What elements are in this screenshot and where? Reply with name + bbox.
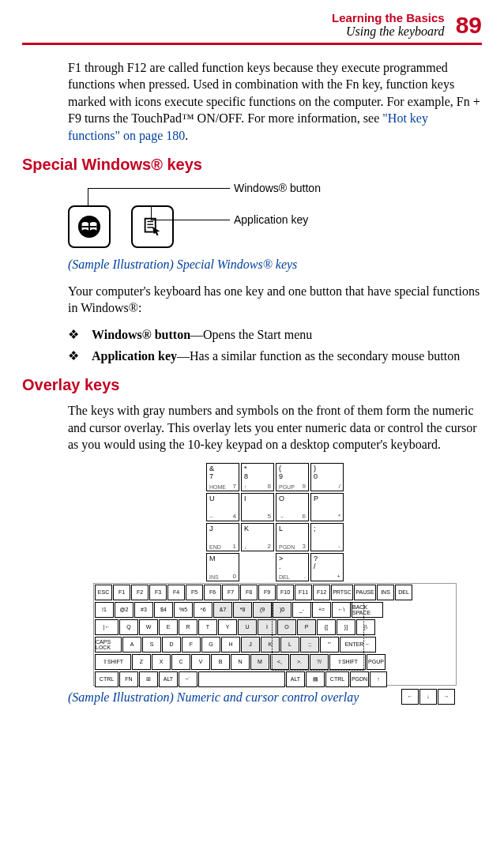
bullet-rest: —Opens the Start menu <box>190 328 312 341</box>
keyboard-key: ↑ <box>370 671 387 687</box>
bullet-strong: Application key <box>92 349 177 363</box>
leader-line <box>88 188 88 205</box>
heading-special-windows-keys: Special Windows® keys <box>22 156 482 174</box>
keyboard-key: E <box>159 619 178 635</box>
keyboard-key: F4 <box>167 585 185 600</box>
keyboard-key: ALT <box>286 671 305 687</box>
keyboard-key: INS <box>377 585 394 600</box>
keyboard-key: ESC <box>95 585 112 600</box>
keyboard-key: V <box>191 654 210 670</box>
keyboard-key: C <box>171 654 190 670</box>
keyboard-row: CAPS LOCKASDFGHJKL:;"'ENTER ← <box>94 636 456 653</box>
overlay-key: MINS0 <box>206 553 239 581</box>
overlay-magnified-row: &7HOME7*8↑8(9PGUP9)0/ <box>93 463 457 491</box>
keyboard-key: F2 <box>131 585 149 600</box>
keyboard-key: F8 <box>240 585 258 600</box>
overlay-key: >.DEL. <box>276 553 309 581</box>
keyboard-key <box>198 671 285 687</box>
figure-label-windows-button: Windows® button <box>234 182 321 194</box>
overlay-key-gap <box>241 553 274 581</box>
intro-text-after: . <box>185 129 188 142</box>
keyboard-key: ⇧SHIFT <box>95 654 131 670</box>
keyboard-key: G <box>201 637 220 653</box>
keyboard-key: I <box>258 619 276 635</box>
keyboard-key: B <box>211 654 230 670</box>
bullet-strong: Windows® button <box>92 328 190 341</box>
keyboard-key: CAPS LOCK <box>95 637 122 653</box>
keyboard-key: ENTER ← <box>340 637 376 653</box>
keyboard-key: PAUSE <box>354 585 376 600</box>
keyboard-row: ESCF1F2F3F4F5F6F7F8F9F10F11F12PRTSCPAUSE… <box>94 584 456 601</box>
keyboard-key: |\ <box>356 619 375 635</box>
keyboard-key: H <box>221 637 240 653</box>
keyboard-key: ⊞ <box>139 671 158 687</box>
windows-flag-icon <box>77 215 101 239</box>
keyboard-key: PGDN <box>350 671 369 687</box>
keyboard-key: X <box>152 654 171 670</box>
keyboard-key: F1 <box>113 585 130 600</box>
bullet-application-key: Application key—Has a similar function a… <box>68 348 482 365</box>
overlay-magnified-row: JEND1K↓2LPGDN3;- <box>93 523 457 551</box>
keyboard-key: &7 <box>213 602 232 618</box>
keyboard-key: F11 <box>295 585 312 600</box>
leader-line <box>151 220 230 220</box>
keyboard-key: ← <box>401 689 419 705</box>
header-rule <box>22 43 482 45</box>
caption-special-windows-keys: (Sample Illustration) Special Windows® k… <box>68 258 482 272</box>
overlay-key: ?/+ <box>310 553 344 581</box>
overlay-key: O→6 <box>276 493 309 521</box>
keyboard-row: ←↓→ <box>94 688 456 705</box>
keyboard-row: ⇧SHIFTZXCVBNM<,>.?/⇧SHIFTPGUP <box>94 653 456 671</box>
overlay-key: LPGDN3 <box>276 523 309 551</box>
keyboard-key: N <box>231 654 250 670</box>
overlay-key: K↓2 <box>241 523 274 551</box>
windows-key-icon <box>68 205 111 248</box>
keyboard-key: ⇧SHIFT <box>329 654 366 670</box>
keyboard-key: _- <box>292 602 311 618</box>
header-text: Learning the Basics Using the keyboard <box>332 11 445 39</box>
svg-rect-1 <box>82 226 97 228</box>
chapter-title: Learning the Basics <box>332 11 445 24</box>
overlay-magnified-block: &7HOME7*8↑8(9PGUP9)0/U←4I5O→6P*JEND1K↓2L… <box>93 463 457 581</box>
page-header: Learning the Basics Using the keyboard 8… <box>22 11 482 39</box>
keyboard-key: S <box>142 637 161 653</box>
overlay-key: U←4 <box>206 493 239 521</box>
heading-special-windows-keys-text: Special Windows® keys <box>22 156 202 173</box>
keyboard-key: ▤ <box>306 671 325 687</box>
keyboard-key: )0 <box>273 602 291 618</box>
keyboard-key: >. <box>290 654 309 670</box>
keyboard-key: Y <box>218 619 237 635</box>
heading-overlay-keys: Overlay keys <box>22 376 482 394</box>
keyboard-key: F7 <box>222 585 239 600</box>
overlay-key: I5 <box>241 493 274 521</box>
keyboard-key: @2 <box>115 602 134 618</box>
keyboard-key: (9 <box>253 602 272 618</box>
keyboard-key: F <box>182 637 201 653</box>
keyboard-key: DEL <box>395 585 412 600</box>
keyboard-key: ALT <box>159 671 178 687</box>
keyboard-key: Q <box>119 619 138 635</box>
special-windows-keys-figure: Windows® button Application key <box>68 182 482 253</box>
section-title: Using the keyboard <box>332 24 445 39</box>
figure-label-application-key: Application key <box>234 213 308 226</box>
bullet-rest: —Has a similar function as the secondary… <box>177 349 460 363</box>
keyboard-key: FN <box>119 671 138 687</box>
keyboard-key: += <box>312 602 331 618</box>
keyboard-key: CTRL <box>95 671 118 687</box>
application-key-icon <box>131 205 174 248</box>
keyboard-key: P <box>297 619 316 635</box>
keyboard-key: → <box>438 689 455 705</box>
keyboard-key: *8 <box>233 602 252 618</box>
menu-pointer-icon <box>141 215 164 239</box>
overlay-keys-figure: &7HOME7*8↑8(9PGUP9)0/U←4I5O→6P*JEND1K↓2L… <box>93 463 457 686</box>
keyboard-key: F9 <box>258 585 276 600</box>
overlay-key: *8↑8 <box>241 463 274 491</box>
special-windows-leadin: Your computer's keyboard has one key and… <box>68 283 482 317</box>
keyboard-key: ↓ <box>419 689 437 705</box>
keyboard-key: <, <box>270 654 289 670</box>
keyboard-key: F12 <box>313 585 330 600</box>
keyboard-key: W <box>139 619 158 635</box>
special-windows-bullets: Windows® button—Opens the Start menu App… <box>68 326 482 365</box>
keyboard-key: PRTSC <box>331 585 353 600</box>
overlay-key: &7HOME7 <box>206 463 239 491</box>
